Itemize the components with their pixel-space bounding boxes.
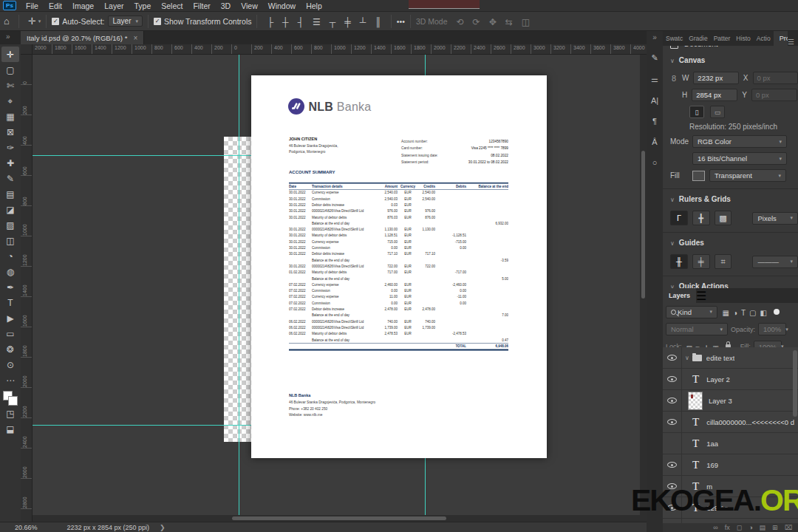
filter-toggle-icon[interactable] (774, 309, 780, 315)
panel-rail-icon-5[interactable]: ○ (652, 158, 658, 167)
layer-row[interactable]: ∨edite text (663, 347, 798, 369)
move-tool-icon[interactable]: ✛ (1, 47, 19, 62)
align-icon-5[interactable]: ╪ (340, 17, 355, 27)
align-icon-4[interactable]: ┬ (325, 17, 341, 27)
layer-filter-icon-3[interactable]: ▢ (748, 309, 758, 317)
background-color-swatch[interactable] (8, 396, 18, 406)
guides-button-1[interactable]: ╪ (692, 254, 710, 269)
link-dimensions-icon[interactable]: 8 (670, 74, 678, 83)
document-page[interactable]: NLB Banka JOHN CITIZEN 46 Bulevar Stanka… (251, 75, 547, 458)
panel-rail-icon-3[interactable]: ¶ (652, 117, 657, 126)
visibility-toggle[interactable] (663, 347, 682, 369)
quick-mask-icon[interactable]: ◳ (1, 406, 19, 421)
layer-filter-icon-4[interactable]: ◧ (758, 309, 768, 317)
landscape-orientation-button[interactable]: ▭ (710, 106, 725, 118)
menu-layer[interactable]: Layer (99, 0, 129, 12)
vertical-ruler[interactable]: 0200400600800100012001400160018002000220… (21, 55, 33, 522)
auto-select-checkbox[interactable]: ✓ (52, 18, 59, 25)
eraser-tool-icon[interactable]: ▨ (1, 217, 19, 233)
layers-menu-icon[interactable]: ☰ (696, 289, 706, 303)
tab-patter[interactable]: Patter (711, 31, 734, 46)
lasso-tool-icon[interactable]: ✄ (1, 78, 19, 93)
canvas-section-header[interactable]: ∨Canvas (663, 50, 798, 67)
portrait-orientation-button[interactable]: ▯ (689, 106, 704, 118)
foreground-background-swatches[interactable] (3, 391, 18, 406)
panel-rail-icon-4[interactable]: Â (652, 137, 657, 146)
menu-3d[interactable]: 3D (216, 0, 236, 12)
layer-effects-icon[interactable]: fx (725, 523, 730, 532)
menu-select[interactable]: Select (156, 0, 188, 12)
guides-section-header[interactable]: ∨Guides (663, 233, 798, 250)
layer-filter-icon-2[interactable]: T (740, 309, 748, 317)
tab-layers[interactable]: Layers (663, 288, 696, 303)
align-icon-6[interactable]: ┴ (355, 17, 371, 27)
layer-filter-dropdown[interactable]: Kind▾ (666, 306, 717, 318)
guide-horizontal-2[interactable] (33, 425, 252, 426)
visibility-toggle[interactable] (663, 433, 682, 454)
close-tab-icon[interactable]: × (133, 34, 137, 42)
menu-file[interactable]: File (21, 0, 44, 12)
fill-swatch[interactable] (692, 171, 705, 181)
menu-image[interactable]: Image (67, 0, 99, 12)
rulers-grids-button-1[interactable]: ╋ (692, 211, 710, 225)
menu-type[interactable]: Type (129, 0, 156, 12)
menu-filter[interactable]: Filter (188, 0, 215, 12)
bit-depth-dropdown[interactable]: 16 Bits/Channel▾ (692, 152, 787, 165)
panel-menu-icon[interactable]: ☰ (788, 38, 798, 46)
height-input[interactable]: 2854 px (692, 89, 737, 101)
brush-tool-icon[interactable]: ✎ (1, 171, 19, 186)
path-select-tool-icon[interactable]: ▶ (1, 310, 19, 326)
align-icon-2[interactable]: ┤ (293, 17, 309, 27)
menu-edit[interactable]: Edit (44, 0, 67, 12)
guide-vertical-1[interactable] (239, 55, 239, 522)
zoom-level[interactable]: 20.66% (15, 524, 38, 531)
eyedropper-tool-icon[interactable]: ✑ (1, 140, 19, 155)
layer-mask-icon[interactable]: ◻ (737, 523, 742, 532)
tab-gradie[interactable]: Gradie (686, 31, 711, 46)
menu-help[interactable]: Help (301, 0, 327, 12)
align-icon-7[interactable]: ║ (370, 17, 386, 27)
opacity-input[interactable]: 100%▾ (758, 323, 786, 335)
zoom-tool-icon[interactable]: ⊙ (1, 357, 19, 372)
align-icon-0[interactable]: ├ (262, 17, 278, 27)
visibility-toggle[interactable] (663, 412, 682, 433)
align-icon-1[interactable]: ┼ (278, 17, 293, 27)
layer-row[interactable]: T169 (663, 454, 798, 476)
new-layer-icon[interactable]: ⊞ (772, 523, 778, 532)
tab-histo[interactable]: Histo (733, 31, 753, 46)
more-tools-icon[interactable]: ⋯ (1, 372, 19, 388)
gradient-tool-icon[interactable]: ◫ (1, 233, 19, 248)
visibility-toggle[interactable] (663, 390, 682, 412)
canvas-area[interactable]: NLB Banka JOHN CITIZEN 46 Bulevar Stanka… (33, 55, 647, 522)
units-dropdown[interactable]: Pixels▾ (752, 212, 798, 225)
horizontal-ruler[interactable]: 2000180016001400120010008006004002000200… (33, 44, 647, 55)
tab-swatc[interactable]: Swatc (663, 31, 686, 46)
horizontal-scrollbar[interactable] (33, 515, 647, 522)
guides-button-0[interactable]: ╫ (670, 254, 688, 269)
visibility-toggle[interactable] (663, 369, 682, 390)
layer-filter-icon-1[interactable]: ◑ (731, 309, 739, 317)
screen-mode-icon[interactable]: ⬓ (1, 421, 19, 437)
width-input[interactable]: 2232 px (693, 72, 738, 84)
layers-scrollbar[interactable] (793, 350, 797, 417)
menu-view[interactable]: View (236, 0, 263, 12)
layer-row[interactable]: Layer 3 (663, 390, 798, 412)
rulers-grids-button-0[interactable]: Γ (670, 211, 688, 225)
guides-button-2[interactable]: ⌗ (715, 254, 732, 269)
tab-actio[interactable]: Actio (754, 31, 774, 46)
group-caret-icon[interactable]: ∨ (685, 355, 689, 361)
crop-tool-icon[interactable]: ▦ (1, 109, 19, 124)
clone-stamp-tool-icon[interactable]: ▤ (1, 186, 19, 202)
marquee-tool-icon[interactable]: ▢ (1, 62, 19, 78)
auto-select-dropdown[interactable]: Layer ▾ (108, 16, 143, 27)
delete-layer-icon[interactable]: ⌧ (785, 523, 792, 532)
frame-tool-icon[interactable]: ⊠ (1, 124, 19, 140)
hand-tool-icon[interactable]: ❂ (1, 341, 19, 357)
rulers-grids-button-2[interactable]: ▩ (715, 211, 732, 225)
blur-tool-icon[interactable]: ◔ (1, 248, 19, 264)
guide-style-dropdown[interactable]: ———▾ (752, 256, 798, 268)
panel-rail-icon-0[interactable]: ✎ (651, 53, 658, 63)
visibility-toggle[interactable] (663, 454, 682, 476)
adjustment-layer-icon[interactable]: ◑ (748, 523, 752, 532)
panel-rail-icon-1[interactable]: ⚌ (651, 75, 658, 84)
